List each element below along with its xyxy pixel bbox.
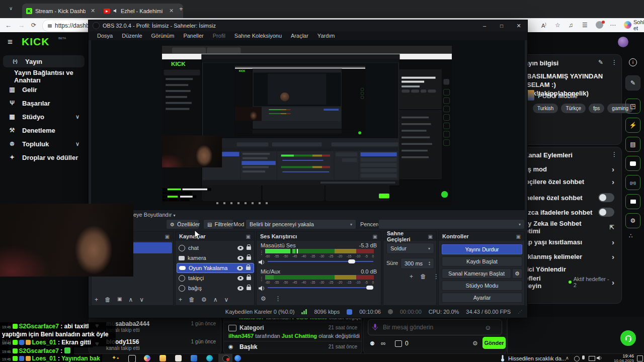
advanced-audio-gear-icon[interactable]: ⚙ <box>261 295 266 302</box>
broadcast-signal-icon[interactable]: ((•)) <box>625 175 640 190</box>
action-subscribers-only[interactable]: Abonelere özel sohbet <box>513 192 614 203</box>
transition-dropdown[interactable]: Soldur▾ <box>386 243 434 254</box>
settings-button[interactable]: Ayarlar <box>442 293 522 303</box>
menu-item[interactable]: Paneller <box>179 33 208 39</box>
tray-volume-icon[interactable] <box>597 355 602 360</box>
menu-item[interactable]: Görünüm <box>147 33 179 39</box>
lock-icon[interactable] <box>247 277 251 280</box>
favorite-star-icon[interactable]: ☆ <box>555 22 560 29</box>
maximize-icon[interactable]: □ <box>493 23 510 29</box>
browser-menu-icon[interactable]: ⋯ <box>610 22 616 29</box>
scene-filters-icon[interactable]: ▣ <box>117 296 122 303</box>
menu-item[interactable]: Araçlar <box>286 33 313 39</box>
tray-mic-icon[interactable] <box>582 355 585 359</box>
notes-icon[interactable]: ▤ <box>625 137 640 152</box>
kebab-menu-icon[interactable]: ⋮ <box>611 151 617 158</box>
action-account-age[interactable]: Hesap yaşı kısıtlaması› <box>513 236 614 247</box>
speaker-icon[interactable] <box>259 259 265 265</box>
lock-icon[interactable] <box>246 266 251 270</box>
info-icon[interactable]: i <box>629 58 637 66</box>
sidebar-item-basarilar[interactable]: Ψ Başarılar <box>0 97 89 109</box>
action-host-raid[interactable]: İzleyici Yönlendir <box>513 263 614 275</box>
remove-scene-icon[interactable]: 🗑 <box>105 296 111 303</box>
add-scene-icon[interactable]: + <box>95 296 98 303</box>
virtual-camera-settings-gear-icon[interactable]: ⚙ <box>512 268 522 279</box>
channel-menu-dots[interactable]: ⋮ <box>259 250 264 255</box>
popout-icon[interactable]: ▣ <box>165 234 170 239</box>
action-banned-words[interactable]: Yasaklanmış kelimeler› <box>513 251 614 262</box>
action-emotes-only[interactable]: Yalnızca ifadelerle sohbet <box>513 207 614 218</box>
menu-item[interactable]: Yardım <box>313 33 340 39</box>
weather-widget-icon[interactable]: ✦✦ <box>112 354 119 361</box>
source-row-bagis[interactable]: bağış <box>177 283 254 293</box>
quick-actions-bolt-icon[interactable]: ⚡ <box>625 118 640 133</box>
gift-icon[interactable] <box>395 340 402 347</box>
tab-close-icon[interactable]: ✕ <box>169 8 174 14</box>
refresh-icon[interactable]: ⟳ <box>31 22 36 29</box>
chat-settings-gear-icon[interactable]: ⚙ <box>472 340 478 347</box>
visibility-eye-icon[interactable] <box>237 286 244 291</box>
infinity-icon[interactable]: ∞ <box>381 339 385 347</box>
send-button[interactable]: Gönder <box>482 337 506 349</box>
store-app-icon[interactable] <box>191 355 197 361</box>
duration-spinbox[interactable]: 300 ms ▴▾ <box>400 258 434 269</box>
filters-button[interactable]: ▤Filtreler <box>203 219 233 229</box>
lock-icon[interactable] <box>247 246 251 250</box>
add-transition-icon[interactable]: + <box>410 273 413 280</box>
weather-text[interactable]: Hissedilen sıcaklık da... <box>508 355 566 361</box>
lock-icon[interactable] <box>247 256 251 260</box>
toggle-off[interactable] <box>598 208 614 217</box>
edge-icon[interactable] <box>206 355 213 361</box>
obs-taskbar-slot-active[interactable] <box>218 354 232 362</box>
tab-search-chevron-icon[interactable]: ∨ <box>9 6 13 11</box>
close-icon[interactable]: ✕ <box>510 23 527 29</box>
edit-panel-icon[interactable]: ✎ <box>625 75 640 90</box>
sidebar-item-denetleme[interactable]: ⚒ Denetleme <box>0 124 89 136</box>
capture-mode-dropdown[interactable]: Belirli bir pencereyi yakala▾ <box>246 219 356 229</box>
media-control-icon[interactable]: ♫ <box>569 22 573 29</box>
channel-menu-dots[interactable]: ⋮ <box>259 276 264 282</box>
collections-icon[interactable]: ☰ <box>582 22 588 29</box>
action-slow-mode[interactable]: Yavaş mod› <box>513 163 614 174</box>
resize-grip[interactable]: ⋰ <box>518 309 522 314</box>
copilot-icon[interactable] <box>624 21 631 29</box>
tag-pill[interactable]: Turkish <box>533 104 558 113</box>
menu-item[interactable]: Sahne Koleksiyonu <box>230 33 286 39</box>
tag-pill[interactable]: Türkçe <box>561 104 586 113</box>
popout-icon[interactable]: ▣ <box>516 234 521 239</box>
properties-button[interactable]: ⚙Özellikler <box>166 219 199 229</box>
sidebar-item-yayin[interactable]: (•) Yayın <box>3 55 85 67</box>
move-up-icon[interactable]: ∧ <box>128 296 133 303</box>
menu-item[interactable]: Profil <box>208 33 230 39</box>
lock-icon[interactable] <box>247 287 251 290</box>
remove-source-icon[interactable]: 🗑 <box>189 296 195 303</box>
copilot-taskbar-icon[interactable] <box>144 355 150 361</box>
video-camera-icon[interactable] <box>625 194 640 209</box>
notification-center-icon[interactable] <box>637 355 643 361</box>
forward-icon[interactable]: → <box>18 22 25 29</box>
identity-icon[interactable]: ⚉ <box>370 340 375 347</box>
source-row-oyun-yakalama[interactable]: Oyun Yakalama <box>177 263 254 273</box>
move-down-icon[interactable]: ∨ <box>224 296 229 303</box>
sidebar-item-gelir[interactable]: ▥ Gelir <box>0 83 89 96</box>
source-row-kamera[interactable]: kamera <box>177 253 254 263</box>
edit-pencil-icon[interactable]: ✎ <box>598 59 603 66</box>
copilot-label[interactable]: Sohbet et <box>633 19 644 31</box>
chat-bubble-icon[interactable] <box>625 156 640 171</box>
tray-clock[interactable]: 19:4610.04.2025 <box>612 354 634 362</box>
visibility-eye-icon[interactable] <box>237 256 244 260</box>
mixer-menu-dots[interactable]: ⋮ <box>275 295 281 302</box>
studio-mode-button[interactable]: Stüdyo Modu <box>442 281 522 291</box>
speaker-icon[interactable] <box>259 286 265 291</box>
tag-pill[interactable]: fps <box>589 104 604 113</box>
obs-titlebar[interactable]: OBS 32.0.4 - Profil: İsimsiz - Sahneler:… <box>89 20 527 31</box>
tray-chevron-icon[interactable]: ∧ <box>566 355 569 360</box>
support-chat-bubble[interactable] <box>620 330 636 346</box>
kebab-menu-icon[interactable]: ⋮ <box>611 59 617 66</box>
sidebar-item-topluluk[interactable]: ꔮ Topluluk ∨ <box>0 138 89 150</box>
add-source-icon[interactable]: + <box>179 296 182 303</box>
clip-screen-icon[interactable]: ◳ <box>625 99 640 114</box>
chat-message-input[interactable] <box>382 323 485 331</box>
sidebar-item-yayin-baglantisi[interactable]: Yayın Bağlantısı ve Anahtarı <box>0 70 89 82</box>
tray-display-icon[interactable] <box>589 356 595 361</box>
